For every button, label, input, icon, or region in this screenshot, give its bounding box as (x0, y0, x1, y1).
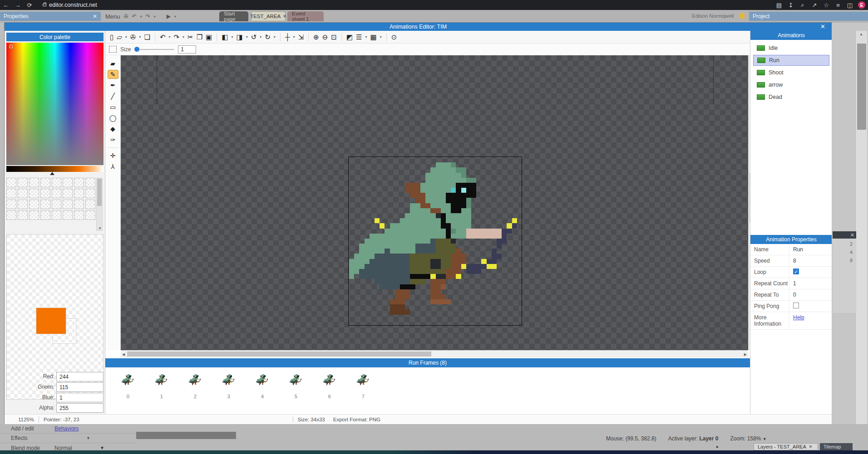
line-tool-icon[interactable]: ╱ (108, 92, 118, 101)
dialog-title-bar[interactable]: Animations Editor: TIM ✕ (5, 23, 832, 31)
color-swatch[interactable] (29, 189, 39, 198)
frame-sprite[interactable] (222, 374, 235, 386)
move-tool-icon[interactable]: ✛ (108, 151, 118, 160)
color-swatch[interactable] (52, 189, 62, 198)
sprite-canvas-area[interactable] (121, 55, 748, 350)
color-swatch[interactable] (52, 210, 62, 220)
pencil-tool-icon[interactable]: ✎ (108, 70, 118, 79)
tab-layers-test-area[interactable]: Layers - TEST_AREA ✕ (754, 443, 818, 450)
redo-caret-icon[interactable]: ▾ (182, 35, 184, 39)
animation-item-run[interactable]: Run (753, 55, 829, 66)
frame-sprite[interactable] (122, 374, 134, 386)
frame-thumbnail-1[interactable]: 1 (149, 374, 174, 399)
grid-caret-icon[interactable]: ▾ (380, 35, 382, 39)
rotate-ccw-icon[interactable]: ↺ (251, 33, 257, 41)
zoom-level[interactable]: Zoom: 158% ▼ (730, 435, 766, 442)
color-swatch[interactable] (29, 178, 39, 187)
color-gradient-picker[interactable] (6, 43, 104, 165)
color-swatch[interactable] (52, 200, 62, 209)
color-swatch[interactable] (18, 189, 28, 198)
property-value[interactable]: 0 (789, 289, 796, 300)
frame-thumbnail-3[interactable]: 3 (216, 374, 242, 399)
profile-avatar[interactable]: E (858, 1, 865, 9)
preview-animation-icon[interactable]: ⊙ (391, 33, 397, 41)
save-icon[interactable]: ✇ (130, 33, 136, 41)
property-value[interactable]: 8 (789, 255, 796, 266)
color-swatch[interactable] (6, 210, 16, 220)
rectangle-tool-icon[interactable]: ▭ (108, 103, 118, 112)
undo-caret-icon[interactable]: ▾ (168, 35, 170, 39)
new-image-icon[interactable]: ▯ (110, 33, 113, 41)
animation-properties-header[interactable]: Animation Properties (750, 235, 832, 244)
swatch-scroll-down-icon[interactable]: ▼ (98, 226, 102, 230)
split-view-icon[interactable]: ◫ (846, 2, 853, 9)
zoom-caret-icon[interactable]: ▼ (763, 437, 767, 441)
zoom-icon[interactable]: ⌕ (799, 1, 806, 9)
save-caret-icon[interactable]: ▾ (139, 35, 141, 39)
color-swatch[interactable] (63, 178, 73, 187)
share-icon[interactable]: ↗ (811, 2, 818, 9)
resize-icon[interactable]: ⇲ (298, 33, 304, 41)
color-swatch[interactable] (63, 200, 73, 209)
frame-thumbnail-4[interactable]: 4 (250, 374, 275, 399)
effects-chevron-icon[interactable]: ▼ (86, 436, 90, 440)
property-checkbox[interactable] (793, 303, 799, 308)
color-swatch[interactable] (18, 178, 28, 187)
tab-layers-close-icon[interactable]: ✕ (809, 444, 813, 449)
color-swatch[interactable] (85, 178, 95, 187)
color-swatch[interactable] (85, 189, 95, 198)
page-scrollbar-thumb[interactable] (857, 44, 866, 130)
sprite-pixel-art[interactable] (349, 157, 522, 325)
forward-icon[interactable]: → (12, 2, 24, 9)
color-swatch[interactable] (85, 210, 95, 220)
ellipse-tool-icon[interactable]: ◯ (108, 113, 118, 122)
h-scroll-thumb[interactable] (127, 351, 431, 356)
color-swatch[interactable] (74, 210, 84, 220)
frame-sprite[interactable] (290, 374, 302, 386)
size-slider[interactable] (134, 49, 174, 50)
onion-skin-icon[interactable]: ☰ (356, 33, 362, 41)
frame-sprite[interactable] (357, 374, 370, 386)
sprite-bounds-box[interactable] (348, 156, 522, 326)
tab-event-sheet[interactable]: Event sheet 1 (287, 11, 324, 21)
copy-icon[interactable]: ❐ (197, 33, 202, 41)
swatch-scrollbar-thumb[interactable] (97, 179, 102, 206)
dimmed-panel-close-icon[interactable]: ✕ (850, 232, 854, 238)
rotate-ccw-caret-icon[interactable]: ▾ (260, 35, 261, 39)
crop-caret-icon[interactable]: ▾ (293, 35, 295, 39)
frame-thumbnail-0[interactable]: 0 (115, 374, 141, 399)
crop-icon[interactable]: ┼ (285, 33, 290, 41)
color-swatch[interactable] (29, 200, 39, 209)
animation-item-arrow[interactable]: arrow (753, 79, 829, 90)
value-slider-marker[interactable] (50, 172, 54, 175)
tab-tilemap[interactable]: Tilemap (820, 443, 853, 450)
frame-sprite[interactable] (155, 374, 168, 386)
frame-thumbnail-5[interactable]: 5 (283, 374, 309, 399)
frame-thumbnail-6[interactable]: 6 (317, 374, 342, 399)
frame-sprite[interactable] (323, 374, 336, 386)
color-swatch[interactable] (40, 178, 50, 187)
size-slider-knob[interactable] (134, 47, 139, 52)
properties-close-icon[interactable]: ✕ (93, 13, 97, 20)
expand-arrow-icon[interactable]: ▸ (716, 444, 719, 449)
undo-icon[interactable]: ↶ (132, 13, 137, 20)
color-swatch[interactable] (40, 200, 50, 209)
animation-item-idle[interactable]: Idle (753, 43, 829, 54)
color-palette-header[interactable]: Color palette (6, 33, 104, 41)
open-caret-icon[interactable]: ▾ (125, 35, 127, 39)
tab-start-page[interactable]: Start page (219, 11, 248, 21)
mirror-icon[interactable]: ◨ (236, 33, 242, 41)
menu-button[interactable]: Menu (105, 13, 120, 20)
color-swatch[interactable] (29, 210, 39, 220)
color-swatch[interactable] (74, 178, 84, 187)
color-field-input[interactable]: 255 (56, 403, 104, 413)
frame-thumbnail-7[interactable]: 7 (350, 374, 376, 399)
color-swatch[interactable] (52, 178, 62, 187)
animation-item-shoot[interactable]: Shoot (753, 67, 829, 78)
flip-horizontal-icon[interactable]: ◧ (222, 33, 228, 41)
color-field-input[interactable]: 244 (56, 372, 104, 381)
redo-caret-icon[interactable]: ▾ (154, 15, 156, 19)
reload-icon[interactable]: ⟳ (24, 2, 35, 9)
zoom-out-icon[interactable]: ⊖ (322, 33, 328, 41)
page-scroll-up-icon[interactable]: ▲ (859, 32, 863, 36)
